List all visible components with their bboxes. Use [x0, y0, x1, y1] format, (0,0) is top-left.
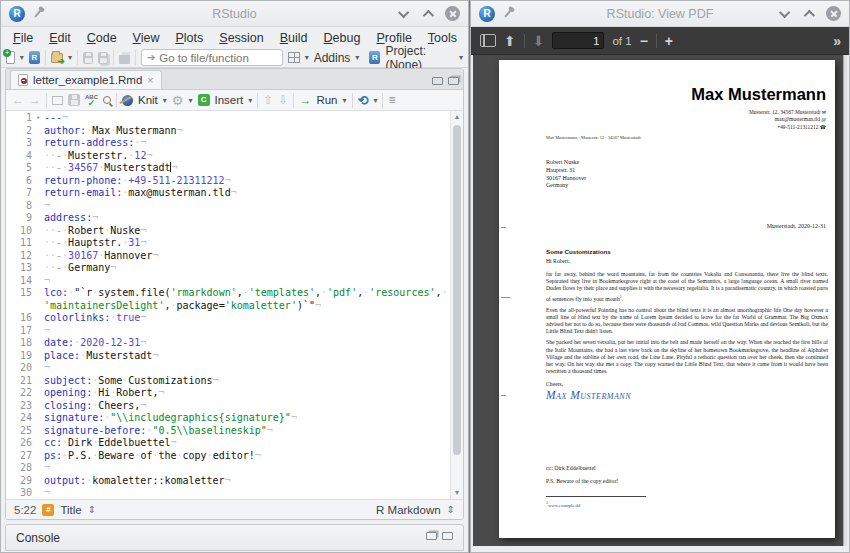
fold-gutter	[32, 300, 44, 313]
fold-gutter	[32, 325, 44, 338]
knit-caret-icon[interactable]: ▾	[163, 96, 167, 105]
toolbar-overflow-button[interactable]: »	[833, 33, 840, 49]
line-number: 6	[6, 175, 32, 188]
save-source-icon[interactable]	[68, 94, 80, 106]
next-page-icon[interactable]: ⬇	[533, 33, 545, 49]
insert-chunk-icon[interactable]: C	[198, 94, 210, 106]
scroll-up-icon[interactable]: ▲	[451, 111, 463, 123]
menu-item-build[interactable]: Build	[272, 29, 316, 47]
scrollbar-thumb[interactable]	[453, 125, 461, 455]
pdf-viewport[interactable]: Max Mustermann Musterstr. 12, 34567 Must…	[471, 55, 849, 548]
rerun-icon[interactable]: ⟲	[358, 93, 369, 108]
menu-item-debug[interactable]: Debug	[316, 29, 369, 47]
knit-icon[interactable]	[122, 95, 133, 106]
letter-opening: Hi Robert,	[546, 258, 828, 265]
menu-item-file[interactable]: File	[5, 29, 41, 47]
rerun-caret-icon[interactable]: ▾	[373, 96, 377, 105]
maximize-icon[interactable]	[423, 9, 434, 20]
new-file-icon[interactable]: +	[6, 51, 15, 64]
cursor-position: 5:22	[14, 504, 36, 516]
sidebar-toggle-icon[interactable]	[480, 34, 496, 47]
fold-mark	[501, 395, 506, 396]
project-caret-icon[interactable]: ▾	[459, 53, 463, 62]
pane-maximize-icon[interactable]	[448, 77, 459, 85]
document-outline-icon[interactable]: ≡	[388, 93, 395, 107]
insert-button[interactable]: Insert	[215, 94, 244, 106]
fold-mark	[501, 227, 506, 228]
insert-caret-icon[interactable]: ▾	[248, 96, 252, 105]
check-glyph: ✓	[85, 100, 98, 106]
workspace-panes-icon[interactable]	[288, 52, 299, 63]
panes-caret-icon[interactable]: ▾	[305, 53, 309, 62]
forward-icon[interactable]: →	[29, 93, 41, 107]
console-maximize-icon[interactable]	[442, 532, 453, 540]
knit-button[interactable]: Knit	[138, 94, 158, 106]
goto-arrow-icon: ➔	[147, 52, 155, 63]
scope-selector[interactable]: Title	[60, 504, 81, 516]
zoom-in-button[interactable]: +	[665, 33, 673, 49]
gear-caret-icon[interactable]: ▾	[189, 96, 193, 105]
menu-item-view[interactable]: View	[125, 29, 168, 47]
menu-item-session[interactable]: Session	[211, 29, 271, 47]
run-next-icon[interactable]: ⇩	[278, 93, 288, 107]
addins-button[interactable]: Addins	[314, 51, 351, 65]
pdf-toolbar: ⬆ ⬇ of 1 − + »	[471, 27, 849, 55]
fold-gutter	[32, 362, 44, 375]
save-all-icon[interactable]	[98, 52, 108, 64]
show-in-new-window-icon[interactable]	[52, 96, 63, 105]
pdf-titlebar[interactable]: R RStudio: View PDF	[471, 1, 849, 27]
page-number-input[interactable]	[552, 32, 604, 49]
pdf-scrollbar[interactable]	[843, 55, 847, 548]
open-file-icon[interactable]: ➔	[51, 53, 63, 63]
separator	[46, 93, 47, 108]
fold-arrow-icon[interactable]: ▾	[32, 112, 44, 125]
run-caret-icon[interactable]: ▾	[343, 96, 347, 105]
tab-close-icon[interactable]: ×	[147, 74, 153, 86]
close-icon[interactable]	[826, 6, 841, 21]
letter-paragraph-3: She packed her seven versalia, put her i…	[546, 339, 828, 375]
find-replace-icon[interactable]	[103, 96, 111, 104]
console-pane-header[interactable]: Console	[5, 524, 464, 551]
goto-file-box[interactable]: ➔	[141, 49, 283, 66]
code-editor[interactable]: 1▾---¬2author:·Max·Mustermann¬3return-ad…	[6, 111, 463, 499]
file-type-selector[interactable]: R Markdown	[376, 504, 441, 516]
separator	[45, 50, 46, 65]
goto-file-input[interactable]	[159, 52, 277, 64]
menu-item-plots[interactable]: Plots	[167, 29, 211, 47]
recipient-line: 30167 Hannover	[546, 175, 586, 183]
maximize-icon[interactable]	[804, 9, 815, 20]
tab-letter-example1[interactable]: letter_example1.Rmd ×	[10, 70, 162, 89]
fold-gutter	[32, 275, 44, 288]
code-line: 26cc:·Dirk·Eddelbuettel¬	[6, 437, 450, 450]
save-icon[interactable]	[83, 52, 93, 64]
menu-item-code[interactable]: Code	[79, 29, 125, 47]
scroll-down-icon[interactable]: ▼	[451, 487, 463, 499]
scope-updown-icon[interactable]: ⇕	[88, 504, 96, 515]
gear-icon[interactable]: ⚙	[172, 93, 184, 108]
spellcheck-icon[interactable]: ABC✓	[85, 95, 98, 106]
letter-dateline: Musterstadt, 2020-12-31	[767, 223, 826, 229]
open-file-caret-icon[interactable]: ▾	[68, 53, 72, 62]
close-icon[interactable]	[445, 6, 460, 21]
line-number: 15	[6, 287, 32, 300]
open-arrow-icon: ➔	[57, 56, 65, 66]
fold-gutter	[32, 125, 44, 138]
previous-page-icon[interactable]: ⬆	[504, 33, 516, 49]
pane-minimize-icon[interactable]	[432, 77, 443, 85]
run-previous-icon[interactable]: ⇧	[263, 93, 273, 107]
new-file-caret-icon[interactable]: ▾	[20, 53, 24, 62]
console-minimize-icon[interactable]	[426, 532, 437, 540]
new-project-icon[interactable]: R	[29, 51, 40, 64]
print-icon[interactable]	[119, 55, 130, 64]
file-type-updown-icon[interactable]: ⇕	[447, 504, 455, 515]
editor-scrollbar[interactable]: ▲ ▼	[450, 111, 463, 499]
footnote-link[interactable]: 1www.example.tld	[546, 500, 580, 508]
titlebar[interactable]: R RStudio	[1, 1, 468, 27]
run-button[interactable]: Run	[316, 94, 337, 106]
menu-item-edit[interactable]: Edit	[41, 29, 79, 47]
line-number: 26	[6, 437, 32, 450]
back-icon[interactable]: ←	[12, 93, 24, 107]
addins-caret-icon[interactable]: ▾	[355, 53, 359, 62]
zoom-out-button[interactable]: −	[640, 33, 648, 49]
code-line: 13··-·Germany¬	[6, 262, 450, 275]
